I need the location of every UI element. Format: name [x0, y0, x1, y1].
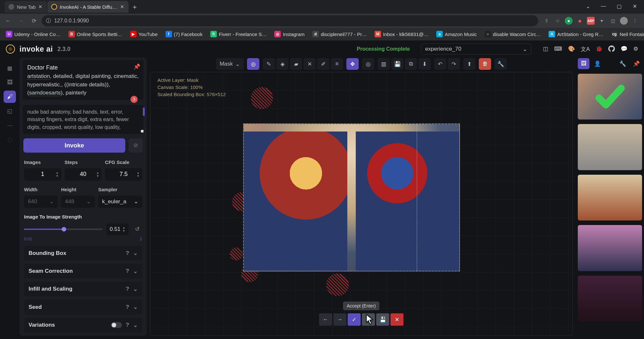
gallery-settings-icon[interactable]: 🔧 — [617, 58, 628, 69]
bookmark-item[interactable]: ◎Instagram — [272, 30, 307, 39]
browser-tab[interactable]: New Tab ✕ — [5, 1, 47, 13]
show-hide-button[interactable]: 👁 — [362, 313, 375, 326]
window-minimize-icon[interactable]: ― — [596, 0, 611, 12]
extension-icon[interactable]: ● — [565, 17, 573, 25]
download-icon[interactable]: ⬇ — [418, 58, 431, 70]
gallery-tab-user[interactable]: 👤 — [591, 58, 603, 69]
help-icon[interactable]: ? — [126, 250, 129, 257]
window-maximize-icon[interactable]: ▢ — [612, 0, 626, 12]
bookmark-item[interactable]: fiFiverr - Freelance S… — [208, 30, 269, 39]
eraser-icon[interactable]: ◈ — [276, 58, 289, 70]
address-bar[interactable]: ⓘ 127.0.0.1:9090 — [42, 15, 538, 26]
reload-icon[interactable]: ⟳ — [29, 15, 40, 26]
images-input[interactable]: 1▲▼ — [24, 168, 61, 181]
cube-icon[interactable]: ◫ — [543, 45, 548, 53]
steps-input[interactable]: 40▲▼ — [65, 168, 102, 181]
invoke-button[interactable]: Invoke — [23, 138, 125, 153]
cancel-button[interactable]: ⊘ — [129, 138, 143, 153]
close-icon[interactable]: ✕ — [38, 4, 43, 10]
resize-handle[interactable] — [141, 130, 143, 132]
keyboard-icon[interactable]: ⌨ — [554, 45, 562, 53]
canvas-settings-icon[interactable]: 🔧 — [494, 58, 507, 70]
scrollbar-thumb[interactable] — [143, 107, 145, 116]
negative-prompt-textarea[interactable]: nude bad anatomy, bad hands, text, error… — [23, 105, 143, 134]
brush-icon[interactable]: ✎ — [263, 58, 275, 70]
bookmark-item[interactable]: AArtStation - Greg R… — [546, 30, 606, 39]
rail-nodes[interactable]: ◱ — [4, 105, 16, 117]
reset-view-icon[interactable]: ◎ — [362, 58, 374, 70]
chevron-down-icon[interactable]: ⌄ — [580, 0, 595, 12]
sampler-select[interactable]: k_euler_a⌄ — [98, 195, 142, 208]
accordion-bounding-box[interactable]: Bounding Box?⌄ — [24, 246, 142, 260]
palette-icon[interactable]: 🎨 — [568, 45, 575, 53]
new-tab-button[interactable]: ＋ — [129, 1, 140, 12]
gallery-thumbnail[interactable] — [578, 225, 642, 271]
language-icon[interactable]: 文A — [581, 45, 590, 53]
accept-button[interactable]: ✓ — [348, 313, 361, 326]
share-icon[interactable]: ⇪ — [543, 17, 551, 25]
accordion-seam[interactable]: Seam Correction?⌄ — [24, 264, 142, 278]
help-icon[interactable]: ? — [126, 304, 129, 310]
help-icon[interactable]: ? — [126, 322, 129, 328]
undo-icon[interactable]: ↶ — [434, 58, 446, 70]
model-select[interactable]: experience_70 ⌄ — [421, 44, 531, 55]
cfg-input[interactable]: 7.5▲▼ — [105, 168, 142, 181]
bookmark-item[interactable]: f(7) Facebook — [163, 30, 205, 39]
height-select[interactable]: 448⌄ — [61, 195, 95, 208]
mask-tool-button[interactable]: ◎ — [247, 58, 259, 70]
avatar[interactable] — [620, 17, 628, 25]
strength-slider[interactable] — [24, 229, 103, 230]
gallery-tab-results[interactable]: 🖼 — [578, 58, 589, 69]
gallery-thumbnail[interactable] — [578, 276, 642, 321]
sidepanel-icon[interactable]: ◫ — [609, 17, 617, 25]
rail-img2img[interactable]: 🖼 — [4, 76, 16, 89]
bookmark-item[interactable]: UUdemy - Online Co… — [3, 30, 63, 39]
back-icon[interactable]: ← — [3, 15, 14, 26]
extension-icon[interactable]: ◆ — [576, 17, 584, 25]
bookmark-item[interactable]: cgNeil Fontaine | CGS… — [609, 30, 644, 39]
gallery-thumbnail[interactable] — [578, 124, 642, 170]
bookmark-item[interactable]: MInbox - klk56831@… — [372, 30, 431, 39]
clear-icon[interactable]: ✕ — [303, 58, 316, 70]
extensions-menu-icon[interactable]: ✦ — [598, 17, 606, 25]
close-icon[interactable]: ✕ — [120, 4, 125, 10]
extension-icon[interactable]: ABP — [587, 17, 595, 25]
kebab-icon[interactable]: ⋮ — [631, 17, 639, 25]
star-icon[interactable]: ☆ — [554, 17, 562, 25]
accordion-variations[interactable]: Variations?⌄ — [24, 318, 142, 333]
help-icon[interactable]: ? — [126, 286, 129, 292]
bookmark-item[interactable]: ddiscipleneil777 - Pr… — [310, 30, 369, 39]
move-tool-button[interactable]: ✥ — [346, 58, 359, 70]
clear-canvas-button[interactable]: 🗑 — [479, 58, 491, 70]
accordion-seed[interactable]: Seed?⌄ — [24, 300, 142, 314]
rail-training[interactable]: ◌ — [4, 133, 16, 146]
variations-toggle[interactable] — [111, 322, 122, 328]
gear-icon[interactable]: ⚙ — [633, 45, 638, 53]
bug-icon[interactable]: 🐞 — [596, 45, 602, 53]
reset-icon[interactable]: ↺ — [132, 226, 142, 232]
width-select[interactable]: 640⌄ — [24, 195, 58, 208]
layer-select[interactable]: Mask⌄ — [216, 58, 244, 70]
options-icon[interactable]: ≡ — [331, 58, 343, 70]
fill-icon[interactable]: ▰ — [290, 58, 302, 70]
rail-postprocess[interactable]: ⋯ — [4, 119, 16, 132]
save-icon[interactable]: 💾 — [391, 58, 403, 70]
strength-input[interactable]: 0.51▲▼ — [106, 223, 129, 235]
forward-icon[interactable]: → — [16, 15, 27, 26]
discard-button[interactable]: ✕ — [390, 313, 403, 326]
window-close-icon[interactable]: ✕ — [627, 0, 642, 12]
discord-icon[interactable]: 💬 — [621, 45, 627, 53]
gallery-pin-icon[interactable]: 📌 — [630, 58, 642, 69]
upload-icon[interactable]: ⬆ — [463, 58, 476, 70]
copy-icon[interactable]: ⧉ — [405, 58, 417, 70]
rail-canvas[interactable]: 🖌 — [4, 91, 16, 103]
colorpicker-icon[interactable]: ✐ — [317, 58, 329, 70]
help-icon[interactable]: ? — [126, 268, 129, 274]
redo-icon[interactable]: ↷ — [448, 58, 460, 70]
gallery-thumbnail[interactable] — [578, 175, 642, 220]
prompt-textarea[interactable]: 📌 Doctor Fate artstation, detailed, digi… — [23, 60, 143, 100]
github-icon[interactable] — [608, 45, 615, 53]
gallery-thumbnail[interactable] — [578, 74, 642, 119]
save-staging-button[interactable]: 💾 — [376, 313, 389, 326]
canvas[interactable]: Active Layer: Mask Canvas Scale: 100% Sc… — [150, 72, 573, 336]
